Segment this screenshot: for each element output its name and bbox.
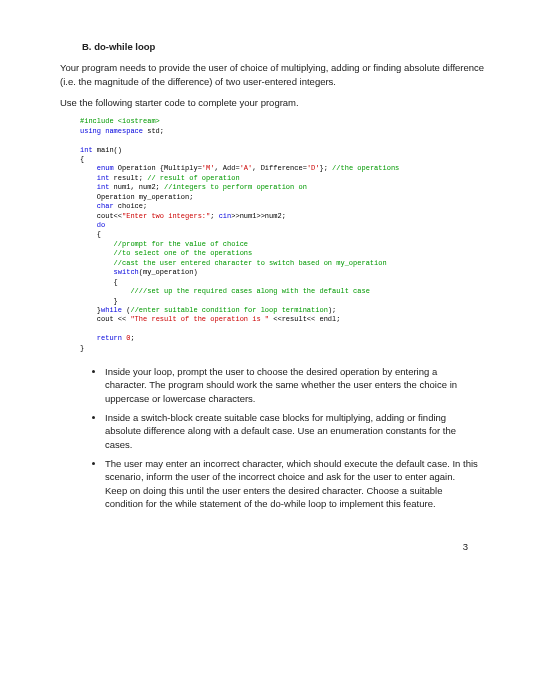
list-item: The user may enter an incorrect characte…: [105, 457, 488, 510]
page-spacer: [60, 553, 488, 700]
list-item: Inside your loop, prompt the user to cho…: [105, 365, 488, 405]
code-block: #include <iostream> using namespace std;…: [60, 117, 488, 353]
section-heading: B. do-while loop: [60, 40, 488, 53]
page-number: 3: [60, 540, 488, 553]
document-page: B. do-while loop Your program needs to p…: [0, 0, 538, 700]
instruction-list: Inside your loop, prompt the user to cho…: [60, 365, 488, 510]
section-title-text: do-while loop: [94, 41, 155, 52]
intro-para-2: Use the following starter code to comple…: [60, 96, 488, 109]
list-item: Inside a switch-block create suitable ca…: [105, 411, 488, 451]
section-label: B.: [82, 41, 92, 52]
intro-para-1: Your program needs to provide the user o…: [60, 61, 488, 88]
